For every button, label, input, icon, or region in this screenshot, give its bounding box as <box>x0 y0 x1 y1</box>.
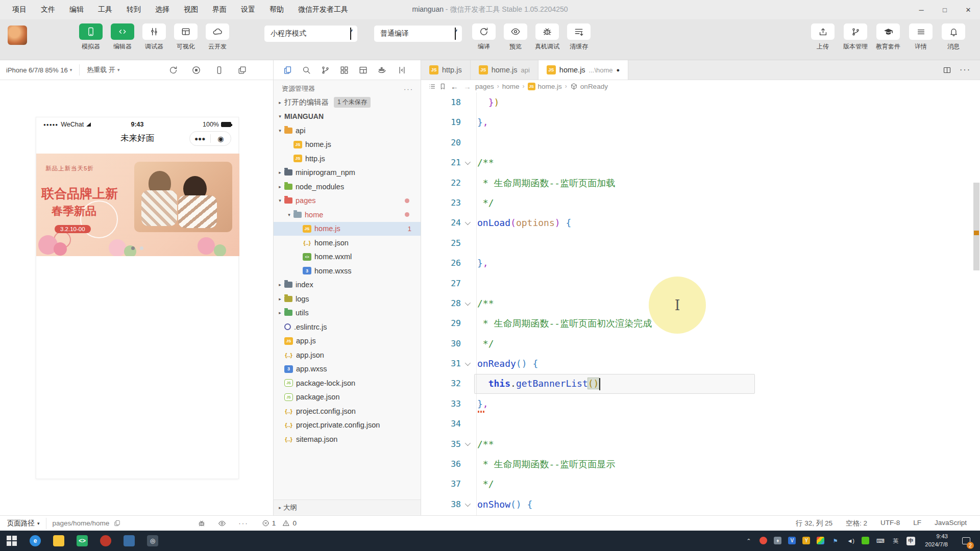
taskbar-edge[interactable]: e <box>23 531 47 551</box>
nav-forward-icon[interactable]: → <box>463 82 471 91</box>
tree-item-package.json[interactable]: JSpackage.json <box>274 390 421 405</box>
collapse-icon[interactable] <box>396 65 406 75</box>
tree-item-logs[interactable]: ▸logs <box>274 292 421 306</box>
taskbar-browser-red[interactable] <box>94 531 117 551</box>
code-line-32[interactable]: 32 this.getBannerList() <box>421 373 980 393</box>
more-icon[interactable]: ··· <box>404 85 413 93</box>
fold-chevron-icon[interactable] <box>461 494 473 514</box>
tree-item-home.wxss[interactable]: 3home.wxss <box>274 264 421 278</box>
avatar[interactable] <box>8 26 27 45</box>
copy-icon[interactable] <box>113 519 121 527</box>
fold-chevron-icon[interactable] <box>461 293 473 313</box>
source-control-icon[interactable] <box>321 65 330 75</box>
docker-icon[interactable] <box>377 65 387 75</box>
menu-文件[interactable]: 文件 <box>36 3 60 16</box>
breadcrumb-home[interactable]: home <box>502 83 520 90</box>
scrollbar-thumb[interactable] <box>973 183 979 270</box>
tray-chevron-up-icon[interactable]: ⌃ <box>744 537 753 545</box>
tool-button-教育套件[interactable]: 教育套件 <box>875 23 901 51</box>
tab-http.js[interactable]: JShttp.js <box>421 60 471 80</box>
mode-select[interactable]: 小程序模式 ▾ <box>264 26 357 42</box>
menu-帮助[interactable]: 帮助 <box>264 3 289 16</box>
taskbar-clock[interactable]: 9:43 2024/7/8 <box>925 533 948 548</box>
tool-button-版本管理[interactable]: 版本管理 <box>842 23 869 51</box>
fold-chevron-icon[interactable] <box>461 213 473 233</box>
tab-home.js-api[interactable]: JShome.jsapi <box>471 60 538 80</box>
code-line-22[interactable]: 22 * 生命周期函数--监听页面加载 <box>421 173 980 193</box>
tool-button-消息[interactable]: 消息 <box>940 23 967 51</box>
code-line-23[interactable]: 23 */ <box>421 193 980 213</box>
tree-item-index[interactable]: ▸index <box>274 278 421 292</box>
view-button-模拟器[interactable]: 模拟器 <box>78 23 104 51</box>
tree-item-app.js[interactable]: JSapp.js <box>274 334 421 348</box>
tray-pinwheel-icon[interactable] <box>817 537 824 544</box>
view-button-编辑器[interactable]: 编辑器 <box>109 23 136 51</box>
fold-chevron-icon[interactable] <box>461 354 473 373</box>
tree-item-project.config.json[interactable]: {..}project.config.json <box>274 404 421 418</box>
tray-touch-keyboard-icon[interactable]: ⌨ <box>876 537 885 545</box>
action-button-编译[interactable]: 编译 <box>471 23 497 51</box>
menu-设置[interactable]: 设置 <box>236 3 260 16</box>
tray-mic-icon[interactable]: ♦ <box>774 537 781 544</box>
restart-icon[interactable] <box>168 65 178 75</box>
tree-item-app.wxss[interactable]: 3app.wxss <box>274 362 421 377</box>
bug-icon[interactable] <box>198 519 206 528</box>
fold-chevron-icon[interactable] <box>461 434 473 454</box>
action-button-真机调试[interactable]: 真机调试 <box>534 23 560 51</box>
chevron-right-icon[interactable]: ▸ <box>277 282 283 287</box>
chevron-down-icon[interactable]: ▾ <box>277 128 283 133</box>
capsule-button[interactable]: ●●● ◉ <box>189 131 231 146</box>
code-line-24[interactable]: 24onLoad(options) { <box>421 213 980 233</box>
device-icon[interactable] <box>214 65 224 75</box>
menu-视图[interactable]: 视图 <box>179 3 203 16</box>
device-select[interactable]: iPhone 6/7/8 85% 16 ▾ <box>6 66 72 74</box>
more-menu-icon[interactable]: ●●● <box>190 135 210 142</box>
promo-banner[interactable]: 新品上新当天5折 联合品牌上新 春季新品 3.2.10-00 <box>36 154 239 256</box>
taskbar-file-explorer[interactable] <box>47 531 70 551</box>
tree-item-miniprogram_npm[interactable]: ▸miniprogram_npm <box>274 166 421 180</box>
split-editor-icon[interactable] <box>943 66 951 74</box>
tree-item-sitemap.json[interactable]: {..}sitemap.json <box>274 432 421 446</box>
tray-chat-icon[interactable] <box>862 537 869 544</box>
close-button[interactable]: ✕ <box>957 0 980 19</box>
breadcrumb-onReady[interactable]: onReady <box>570 83 608 90</box>
breadcrumb-pages[interactable]: pages <box>475 83 494 90</box>
code-line-18[interactable]: 18 }) <box>421 92 980 112</box>
stop-icon[interactable] <box>191 65 201 75</box>
code-line-21[interactable]: 21/** <box>421 153 980 172</box>
status--2[interactable]: 空格: 2 <box>846 519 867 528</box>
language-indicator[interactable]: 英 <box>891 537 900 545</box>
nav-back-icon[interactable]: ← <box>451 82 458 91</box>
tree-item-http.js[interactable]: JShttp.js <box>274 152 421 166</box>
code-line-31[interactable]: 31onReady() { <box>421 354 980 373</box>
menu-项目[interactable]: 项目 <box>7 3 32 16</box>
tree-item-node_modules[interactable]: ▸node_modules <box>274 180 421 194</box>
tray-app-y-icon[interactable]: Y <box>802 537 810 544</box>
tree-item-api[interactable]: ▾api <box>274 123 421 138</box>
view-button-云开发[interactable]: 云开发 <box>204 23 231 51</box>
view-button-调试器[interactable]: 调试器 <box>141 23 167 51</box>
tree-item-app.json[interactable]: {..}app.json <box>274 348 421 362</box>
hot-reload-toggle[interactable]: 热重载 开 ▾ <box>87 65 119 74</box>
chevron-down-icon[interactable]: ▾ <box>286 212 292 217</box>
code-line-33[interactable]: 33}, <box>421 394 980 414</box>
menu-工具[interactable]: 工具 <box>93 3 117 16</box>
tree-item-.eslintrc.js[interactable]: .eslintrc.js <box>274 320 421 334</box>
ime-icon[interactable]: 中 <box>906 537 915 545</box>
minimize-button[interactable]: ─ <box>910 0 933 19</box>
menu-选择[interactable]: 选择 <box>150 3 175 16</box>
tray-flag-icon[interactable]: ⚑ <box>831 537 840 545</box>
chevron-right-icon[interactable]: ▸ <box>277 170 283 175</box>
code-line-26[interactable]: 26}, <box>421 253 980 273</box>
cascade-icon[interactable] <box>237 65 247 75</box>
list-outline-icon[interactable] <box>428 83 436 90</box>
editor-scrollbar[interactable] <box>973 82 980 513</box>
tree-item-pages[interactable]: ▾pages <box>274 194 421 208</box>
phone-screen[interactable]: ●●●●● WeChat 9:43 100% 未来好面 ●●● ◉ <box>36 117 239 479</box>
action-button-预览[interactable]: 预览 <box>502 23 529 51</box>
status--32-25[interactable]: 行 32, 列 25 <box>796 519 832 528</box>
tray-dict-v-icon[interactable]: V <box>788 537 796 544</box>
tool-button-上传[interactable]: 上传 <box>810 23 836 51</box>
eye-icon[interactable] <box>218 519 226 528</box>
code-line-19[interactable]: 19}, <box>421 112 980 132</box>
